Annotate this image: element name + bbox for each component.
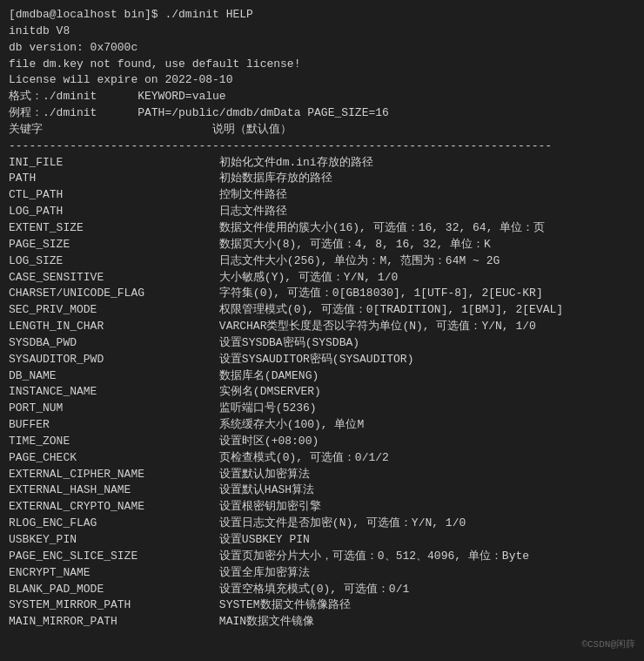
terminal-line: LOG_PATH 日志文件路径 <box>9 204 635 220</box>
terminal-line: SYSAUDITOR_PWD 设置SYSAUDITOR密码(SYSAUDITOR… <box>9 352 635 368</box>
terminal-line: initdb V8 <box>9 24 635 40</box>
terminal-line: EXTENT_SIZE 数据文件使用的簇大小(16), 可选值：16, 32, … <box>9 220 635 237</box>
terminal-line: CTL_PATH 控制文件路径 <box>9 187 635 204</box>
terminal-line: LENGTH_IN_CHAR VARCHAR类型长度是否以字符为单位(N), 可… <box>9 319 635 335</box>
terminal-output: initdb V8db version: 0x7000cfile dm.key … <box>9 24 635 631</box>
terminal-line: ENCRYPT_NAME 设置全库加密算法 <box>9 565 635 582</box>
terminal-line: PORT_NUM 监听端口号(5236) <box>9 401 635 417</box>
terminal-line: EXTERNAL_CRYPTO_NAME 设置根密钥加密引擎 <box>9 499 635 516</box>
terminal-line: ----------------------------------------… <box>9 138 635 155</box>
terminal-line: RLOG_ENC_FLAG 设置日志文件是否加密(N), 可选值：Y/N, 1/… <box>9 516 635 532</box>
terminal-line: INI_FILE 初始化文件dm.ini存放的路径 <box>9 155 635 172</box>
terminal-line: CHARSET/UNICODE_FLAG 字符集(0), 可选值：0[GB180… <box>9 286 635 302</box>
terminal-line: file dm.key not found, use default licen… <box>9 57 635 73</box>
terminal-line: 关键字 说明（默认值） <box>9 122 635 138</box>
terminal-line: DB_NAME 数据库名(DAMENG) <box>9 368 635 385</box>
terminal-line: 格式：./dminit KEYWORD=value <box>9 89 635 105</box>
prompt-text: [dmdba@localhost bin]$ ./dminit HELP <box>9 8 253 21</box>
terminal-line: TIME_ZONE 设置时区(+08:00) <box>9 434 635 450</box>
watermark-text: ©CSDN@闲薛 <box>581 638 635 652</box>
terminal-line: MAIN_MIRROR_PATH MAIN数据文件镜像 <box>9 614 635 631</box>
terminal-window: [dmdba@localhost bin]$ ./dminit HELP ini… <box>9 7 635 631</box>
terminal-line: USBKEY_PIN 设置USBKEY PIN <box>9 532 635 549</box>
terminal-line: PAGE_SIZE 数据页大小(8), 可选值：4, 8, 16, 32, 单位… <box>9 237 635 253</box>
terminal-line: CASE_SENSITIVE 大小敏感(Y), 可选值：Y/N, 1/0 <box>9 270 635 287</box>
terminal-line: EXTERNAL_HASH_NAME 设置默认HASH算法 <box>9 482 635 499</box>
terminal-line: EXTERNAL_CIPHER_NAME 设置默认加密算法 <box>9 467 635 483</box>
terminal-line: INSTANCE_NAME 实例名(DMSERVER) <box>9 384 635 401</box>
prompt-line: [dmdba@localhost bin]$ ./dminit HELP <box>9 7 635 24</box>
terminal-line: BUFFER 系统缓存大小(100), 单位M <box>9 417 635 434</box>
terminal-line: PAGE_CHECK 页检查模式(0), 可选值：0/1/2 <box>9 450 635 467</box>
terminal-line: SEC_PRIV_MODE 权限管理模式(0), 可选值：0[TRADITION… <box>9 302 635 319</box>
terminal-line: SYSDBA_PWD 设置SYSDBA密码(SYSDBA) <box>9 335 635 352</box>
terminal-line: db version: 0x7000c <box>9 40 635 57</box>
terminal-line: PATH 初始数据库存放的路径 <box>9 171 635 187</box>
terminal-line: License will expire on 2022-08-10 <box>9 72 635 89</box>
terminal-line: 例程：./dminit PATH=/public/dmdb/dmData PAG… <box>9 105 635 122</box>
terminal-line: LOG_SIZE 日志文件大小(256), 单位为：M, 范围为：64M ~ 2… <box>9 253 635 270</box>
terminal-line: PAGE_ENC_SLICE_SIZE 设置页加密分片大小，可选值：0、512、… <box>9 549 635 565</box>
terminal-line: SYSTEM_MIRROR_PATH SYSTEM数据文件镜像路径 <box>9 597 635 614</box>
terminal-line: BLANK_PAD_MODE 设置空格填充模式(0), 可选值：0/1 <box>9 582 635 598</box>
